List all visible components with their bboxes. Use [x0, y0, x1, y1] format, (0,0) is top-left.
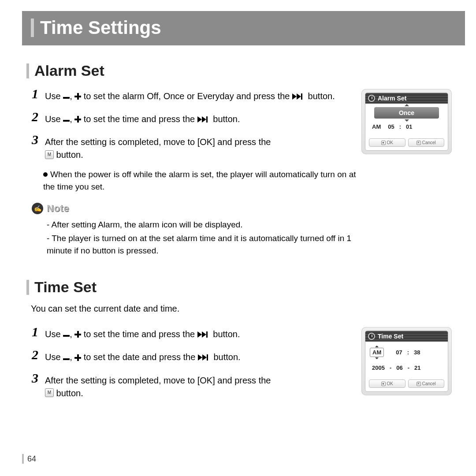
alarm-steps: 1 Use , to set the alarm Off, Once or Ev…	[26, 87, 361, 258]
plus-icon	[74, 331, 81, 338]
note-hand-icon: ✍	[32, 203, 43, 214]
clock-icon	[368, 333, 375, 340]
time-device-col: Time Set AM 07 : 38	[361, 325, 461, 395]
bullet-dot-icon	[43, 172, 48, 177]
time-minute: 38	[412, 348, 422, 357]
time-day: 21	[412, 363, 423, 372]
time-year: 2005	[370, 363, 387, 372]
page-number-bar-icon	[22, 454, 24, 464]
text-fragment: button.	[56, 388, 83, 398]
cancel-label: Cancel	[422, 381, 436, 386]
heading-pipe-icon	[26, 280, 29, 295]
ok-label: OK	[387, 140, 393, 145]
step-text: Use , to set the time and press the butt…	[45, 325, 240, 341]
text-fragment: Use	[45, 91, 63, 101]
chevron-up-icon	[405, 104, 409, 106]
title-pipe-icon	[31, 19, 34, 37]
device-footer: ●OK ✕Cancel	[365, 377, 448, 389]
alarm-minute: 01	[404, 122, 414, 131]
text-fragment: Use	[45, 114, 63, 124]
next-track-icon	[198, 354, 211, 361]
ok-key-icon: ●	[381, 141, 386, 145]
time-intro: You can set the current date and time.	[26, 304, 461, 314]
time-steps: 1 Use , to set the time and press the bu…	[26, 325, 361, 406]
text-fragment: After the setting is completed, move to …	[45, 137, 271, 147]
device-header: Time Set	[365, 331, 448, 342]
time-heading-text: Time Set	[34, 279, 97, 296]
alarm-hour: 05	[386, 122, 396, 131]
m-button-icon: M	[45, 150, 54, 159]
cancel-label: Cancel	[422, 140, 436, 145]
step-text: After the setting is completed, move to …	[45, 133, 271, 161]
cancel-key-icon: ✕	[416, 382, 421, 386]
alarm-step-2: 2 Use , to set the time and press the bu…	[26, 110, 357, 126]
alarm-heading-text: Alarm Set	[34, 62, 104, 79]
minus-icon	[63, 351, 70, 364]
time-heading: Time Set	[26, 279, 461, 296]
text-fragment: button.	[56, 150, 83, 160]
time-device-screenshot: Time Set AM 07 : 38	[361, 327, 452, 395]
chevron-down-icon	[375, 357, 379, 359]
alarm-step-3: 3 After the setting is completed, move t…	[26, 133, 357, 161]
note-header: ✍ Note	[26, 203, 357, 214]
alarm-content-row: 1 Use , to set the alarm Off, Once or Ev…	[26, 87, 461, 258]
date-dash: -	[408, 364, 409, 371]
plus-icon	[74, 116, 81, 123]
text-fragment: button.	[213, 329, 240, 339]
alarm-time-row: AM 05 : 01	[370, 122, 443, 131]
page-number-value: 64	[27, 454, 36, 464]
step-text: Use , to set the date and press the butt…	[45, 348, 241, 364]
note-item-1: After setting Alarm, the alarm icon will…	[26, 219, 357, 231]
alarm-bullet: When the power is off while the alarm is…	[26, 168, 357, 193]
page-title-bar: Time Settings	[22, 11, 465, 45]
step-text: Use , to set the alarm Off, Once or Ever…	[45, 87, 335, 103]
minus-icon	[63, 327, 70, 340]
next-track-icon	[292, 93, 305, 100]
ok-label: OK	[387, 381, 393, 386]
note-item-2: The player is turned on at the set alarm…	[26, 232, 357, 257]
device-title: Alarm Set	[378, 95, 406, 102]
time-colon: :	[407, 349, 409, 356]
step-number: 2	[32, 110, 41, 123]
device-title: Time Set	[378, 333, 403, 340]
chevron-up-icon	[375, 346, 379, 347]
step-number: 1	[32, 325, 41, 338]
time-hour: 07	[394, 348, 404, 357]
step-number: 1	[32, 87, 41, 100]
text-fragment: button.	[308, 91, 335, 101]
m-button-icon: M	[45, 388, 54, 397]
time-colon: :	[399, 123, 401, 130]
text-fragment: to set the date and press the	[84, 352, 196, 362]
date-dash: -	[390, 364, 391, 371]
time-step-1: 1 Use , to set the time and press the bu…	[26, 325, 357, 341]
bullet-text: When the power is off while the alarm is…	[43, 170, 356, 191]
text-fragment: Use	[45, 329, 63, 339]
step-text: Use , to set the time and press the butt…	[45, 110, 240, 126]
device-cancel-button: ✕Cancel	[408, 138, 445, 147]
time-ampm: AM	[372, 349, 381, 356]
alarm-device-col: Alarm Set Once AM 05 : 01	[361, 87, 461, 154]
device-cancel-button: ✕Cancel	[408, 379, 445, 388]
time-content-row: 1 Use , to set the time and press the bu…	[26, 325, 461, 406]
time-date-row: 2005 - 06 - 21	[370, 363, 443, 372]
heading-pipe-icon	[26, 63, 29, 78]
page-title: Time Settings	[40, 17, 161, 38]
minus-icon	[63, 89, 70, 102]
device-ok-button: ●OK	[369, 379, 405, 388]
note-label: Note	[47, 203, 69, 214]
text-fragment: button.	[213, 114, 240, 124]
step-number: 3	[32, 133, 41, 146]
alarm-heading: Alarm Set	[26, 62, 461, 79]
text-fragment: button.	[213, 352, 240, 362]
plus-icon	[74, 354, 81, 361]
next-track-icon	[197, 116, 211, 123]
text-fragment: After the setting is completed, move to …	[45, 376, 271, 385]
minus-icon	[63, 112, 70, 125]
alarm-ampm: AM	[370, 122, 383, 131]
time-step-3: 3 After the setting is completed, move t…	[26, 372, 357, 400]
page-number: 64	[22, 454, 36, 464]
chevron-down-icon	[405, 119, 409, 122]
step-number: 3	[32, 372, 41, 385]
step-number: 2	[32, 348, 41, 361]
device-header: Alarm Set	[365, 93, 448, 104]
